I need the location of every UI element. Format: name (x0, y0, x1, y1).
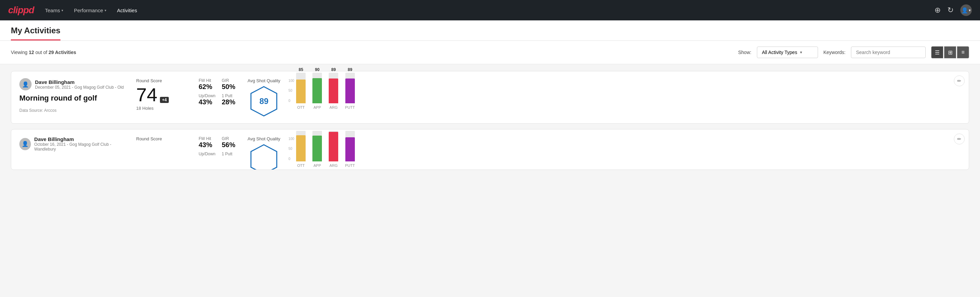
stat-item: GIR 56% (222, 136, 239, 149)
stat-label: GIR (222, 136, 239, 141)
edit-button[interactable]: ✏ (954, 134, 965, 144)
bar-fill (312, 78, 322, 103)
bar-value: 106 (330, 129, 337, 130)
list-compact-icon: ☰ (935, 49, 940, 56)
search-input[interactable] (851, 46, 926, 58)
bar-fill (296, 135, 305, 161)
stat-label: Up/Down (199, 93, 216, 98)
bar-fill (329, 78, 338, 103)
nav-teams[interactable]: Teams ▾ (45, 8, 63, 13)
y-axis: 100 50 0 (289, 137, 294, 168)
bar-group: 93 APP (312, 129, 322, 168)
edit-icon: ✏ (957, 136, 961, 142)
stat-value: 62% (199, 83, 216, 91)
data-source: Data Source: Arccos (19, 108, 128, 113)
card-left: 👤 Dave Billingham December 05, 2021 - Go… (19, 78, 128, 113)
bar-label: OTT (297, 105, 305, 109)
teams-chevron-icon: ▾ (62, 8, 63, 12)
svg-marker-1 (251, 145, 277, 170)
score-main: 74 +4 (136, 85, 191, 104)
y-label-0: 0 (289, 99, 294, 103)
bar-container (345, 73, 355, 103)
y-label-100: 100 (289, 79, 294, 83)
y-axis: 100 50 0 (289, 79, 294, 109)
bar-group: 106 ARG (329, 129, 338, 168)
stat-item: GIR 50% (222, 78, 239, 91)
bar-fill (345, 78, 355, 103)
refresh-icon[interactable]: ↻ (947, 6, 953, 14)
stat-label: FW Hit (199, 78, 216, 83)
stat-value: 50% (222, 83, 239, 91)
hexagon-svg (250, 144, 277, 170)
bar-group: 94 OTT (296, 129, 305, 168)
avatar[interactable]: 👤 ▾ (960, 5, 972, 16)
card-score: Round Score 74 +4 18 Holes (136, 78, 191, 111)
bar-container (312, 73, 322, 103)
stat-item: FW Hit 43% (199, 136, 216, 149)
logo[interactable]: clippd (8, 5, 34, 16)
user-name: Dave Billingham (34, 136, 128, 142)
navbar-right: ⊕ ↻ 👤 ▾ (934, 5, 972, 16)
bar-container (329, 73, 338, 103)
bar-chart-inner: 94 OTT 93 APP 106 ARG (296, 137, 355, 170)
stat-item: 1 Putt (222, 152, 239, 156)
avatar-icon: 👤 (22, 81, 29, 88)
list-compact-view-button[interactable]: ☰ (931, 46, 943, 59)
list-detail-icon: ≡ (961, 49, 964, 55)
filter-bar: Viewing 12 out of 29 Activities Show: Al… (0, 41, 980, 64)
y-label-100: 100 (289, 137, 294, 141)
card-stats: FW Hit 43% GIR 56% Up/Down 1 Putt (199, 136, 239, 156)
activity-card: 👤 Dave Billingham December 05, 2021 - Go… (11, 71, 969, 124)
add-icon[interactable]: ⊕ (934, 6, 940, 14)
stat-value: 56% (222, 141, 239, 149)
grid-view-button[interactable]: ⊞ (944, 46, 956, 59)
page-header: My Activities (0, 21, 980, 41)
bar-fill (296, 80, 305, 103)
bar-chart: 100 50 0 85 OTT 90 APP (289, 79, 961, 116)
nav-activities[interactable]: Activities (117, 8, 137, 13)
viewing-text: Viewing 12 out of 29 Activities (11, 50, 76, 55)
bar-chart-inner: 85 OTT 90 APP 89 ARG (296, 79, 355, 116)
score-number: 74 (136, 85, 157, 104)
page-title: My Activities (11, 26, 60, 40)
hexagon-score: 89 (259, 96, 269, 106)
score-holes: 18 Holes (136, 106, 191, 111)
stat-label: GIR (222, 78, 239, 83)
navbar: clippd Teams ▾ Performance ▾ Activities … (0, 0, 980, 21)
score-label: Round Score (136, 78, 191, 83)
hexagon: 89 (250, 86, 277, 117)
bar-group: 89 ARG (329, 67, 338, 109)
activity-type-dropdown[interactable]: All Activity Types ▾ (757, 46, 818, 58)
activity-title: Morning round of golf (19, 94, 128, 103)
bar-value: 89 (348, 67, 352, 72)
avatar: 👤 (19, 138, 31, 150)
nav-performance[interactable]: Performance ▾ (74, 8, 106, 13)
bar-group: 89 PUTT (345, 67, 355, 109)
stat-value: 43% (199, 141, 216, 149)
edit-icon: ✏ (957, 78, 961, 84)
bar-group: 85 OTT (296, 67, 305, 109)
card-quality: Avg Shot Quality 100 50 0 (248, 136, 961, 170)
avatar-icon: 👤 (22, 141, 29, 147)
bar-container (329, 131, 338, 161)
grid-icon: ⊞ (948, 49, 953, 56)
bar-value: 89 (331, 67, 336, 72)
user-date: October 16, 2021 - Gog Magog Golf Club -… (34, 142, 128, 152)
list-detail-view-button[interactable]: ≡ (957, 46, 969, 59)
stat-label: 1 Putt (222, 152, 239, 156)
activities-list: 👤 Dave Billingham December 05, 2021 - Go… (0, 64, 980, 177)
stat-label: FW Hit (199, 136, 216, 141)
avatar: 👤 (19, 78, 32, 90)
edit-button[interactable]: ✏ (954, 75, 965, 86)
card-stats: FW Hit 62% GIR 50% Up/Down 43% 1 Putt 28… (199, 78, 239, 106)
bar-container (312, 131, 322, 161)
keywords-label: Keywords: (824, 50, 846, 55)
bar-label: PUTT (345, 163, 355, 168)
y-label-0: 0 (289, 157, 294, 161)
bar-value: 87 (348, 129, 352, 130)
stat-item: Up/Down 43% (199, 93, 216, 106)
hexagon-wrapper: Avg Shot Quality 89 (248, 78, 280, 117)
performance-chevron-icon: ▾ (105, 8, 106, 12)
bar-fill (312, 136, 322, 161)
bar-value: 94 (299, 129, 303, 130)
